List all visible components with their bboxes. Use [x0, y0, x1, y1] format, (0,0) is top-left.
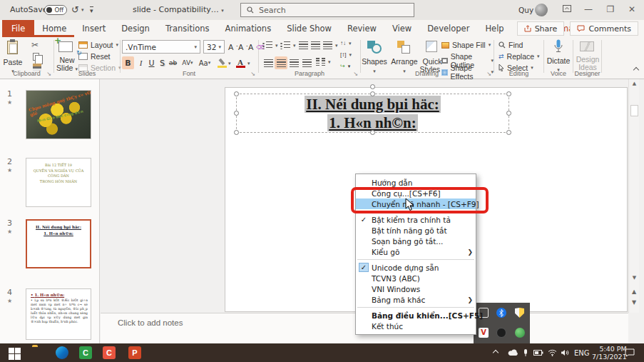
font-color-button[interactable]: A [234, 56, 247, 69]
reset-button[interactable]: Reset [78, 52, 110, 61]
character-spacing-button[interactable]: AV▾ [180, 56, 195, 69]
numbering-button[interactable]: ▾ [280, 41, 296, 49]
scroll-up-icon[interactable]: ▲ [629, 81, 640, 86]
context-menu-item[interactable]: Hướng dẫn [356, 177, 476, 188]
justify-button[interactable] [300, 56, 313, 69]
language-indicator[interactable]: ENG [574, 343, 590, 362]
resize-handle[interactable] [370, 130, 375, 135]
tray-green-icon[interactable] [515, 328, 525, 338]
tab-slide-show[interactable]: Slide Show [279, 20, 339, 37]
align-right-button[interactable] [287, 56, 300, 69]
drawing-dialog-launcher-icon[interactable]: ↘ [486, 71, 491, 77]
edge-browser-icon[interactable] [56, 346, 68, 359]
line-spacing-button[interactable]: ▾ [323, 41, 338, 49]
show-hidden-icons[interactable] [494, 343, 498, 362]
resize-handle[interactable] [234, 91, 239, 96]
undo-icon[interactable]: ↺ [71, 4, 79, 15]
context-menu-item[interactable]: Bảng mã khác❯ [356, 294, 476, 305]
context-menu-item[interactable]: Kiểu gõ❯ [356, 246, 476, 257]
tab-review[interactable]: Review [339, 20, 384, 37]
avatar[interactable] [535, 4, 548, 16]
tab-transitions[interactable]: Transitions [158, 20, 218, 37]
text-direction-button[interactable]: ↑↓▾ [340, 40, 352, 46]
clock[interactable]: 5:40 PM7/13/2021 [592, 343, 627, 362]
context-menu-item[interactable]: Kết thúc [356, 321, 476, 331]
scroll-down-icon[interactable]: ▼ [629, 275, 640, 281]
wifi-icon[interactable] [548, 343, 557, 362]
action-center-icon[interactable] [625, 343, 635, 362]
user-name[interactable]: Quy [518, 6, 533, 14]
resize-handle[interactable] [506, 111, 511, 116]
strikethrough-button[interactable]: ab [167, 56, 179, 69]
align-left-button[interactable] [262, 56, 275, 69]
tab-help[interactable]: Help [477, 20, 511, 37]
bold-button[interactable]: B [122, 56, 134, 69]
tab-view[interactable]: View [384, 20, 419, 37]
start-button-icon[interactable] [9, 348, 21, 360]
paste-button[interactable] [7, 41, 18, 56]
restore-button[interactable]: ❐ [604, 4, 617, 14]
clipboard-dialog-launcher-icon[interactable]: ↘ [46, 71, 51, 77]
design-ideas-button[interactable] [580, 41, 594, 54]
title-dropdown-icon[interactable]: ▾ [221, 8, 224, 14]
resize-handle[interactable] [234, 130, 239, 135]
context-menu-item[interactable]: ✓Bật kiểm tra chính tả [356, 214, 476, 225]
slide-thumbnail-1[interactable]: Chµo mõng quý thÇy c« vÒ dù giê M«n Gi¸o… [26, 90, 91, 139]
copy-icon[interactable] [33, 53, 39, 61]
context-menu-item[interactable]: TCVN3 (ABC) [356, 273, 476, 283]
scrollbar-thumb[interactable] [630, 105, 638, 116]
slide-thumbnail-3-selected[interactable]: II. Néi dung bµi häc: 1. H«n nh©n: [26, 219, 91, 268]
slide-thumbnail-4[interactable]: • 1. H«n nh©n: • Lµ sù liªn kÕt ®Æc biÖt… [26, 288, 91, 340]
context-menu-item[interactable]: Bảng điều khiển...[CS+F5] [356, 310, 476, 321]
autosave-toggle[interactable]: Off [44, 5, 67, 15]
decrease-indent-icon[interactable] [299, 41, 308, 49]
unikey-icon[interactable]: V [479, 328, 489, 338]
highlight-color-button[interactable] [215, 56, 228, 69]
usb-device-icon[interactable] [523, 343, 528, 362]
align-text-button[interactable]: [↕]▾ [340, 51, 352, 58]
powerpoint-taskbar-icon[interactable]: P [128, 346, 141, 359]
title-textbox[interactable]: II. Néi dung bµi häc: 1. H«n nh©n: [236, 94, 509, 133]
dictate-button[interactable] [553, 39, 563, 57]
new-slide-button[interactable] [58, 41, 73, 54]
tab-file[interactable]: File [2, 20, 34, 37]
vertical-scrollbar[interactable]: ▲ ▼ [628, 79, 639, 313]
resize-handle[interactable] [234, 111, 239, 116]
font-size-select[interactable]: 32▾ [203, 40, 225, 54]
share-button[interactable]: Share [517, 21, 565, 36]
context-menu-item[interactable]: VNI Windows [356, 283, 476, 294]
customize-qat-icon[interactable]: ▾ [90, 6, 93, 14]
highlight-dropdown-icon[interactable]: ▾ [228, 61, 231, 66]
close-button[interactable]: ✕ [625, 4, 638, 14]
onedrive-cloud-icon[interactable] [508, 343, 518, 362]
font-color-dropdown-icon[interactable]: ▾ [247, 61, 250, 66]
minimize-button[interactable]: — [582, 4, 595, 14]
comments-button[interactable]: Comments [570, 21, 638, 36]
battery-icon[interactable] [533, 343, 543, 362]
previous-slide-button[interactable]: ▲ [628, 288, 639, 298]
find-button[interactable]: Find [499, 41, 523, 49]
rotate-handle[interactable] [370, 84, 375, 89]
change-case-button[interactable]: Aa▾ [197, 56, 213, 69]
font-name-select[interactable]: .VnTime▾ [122, 40, 200, 54]
context-menu-item[interactable]: ✓Unicode dựng sẵn [356, 262, 476, 273]
camtasia-red-icon[interactable]: C [103, 346, 116, 359]
tab-insert[interactable]: Insert [74, 20, 113, 37]
arrange-button[interactable] [397, 41, 410, 56]
increase-indent-icon[interactable] [311, 41, 320, 49]
quick-styles-button[interactable] [426, 41, 437, 54]
tab-animations[interactable]: Animations [218, 20, 280, 37]
slide-thumbnail-2[interactable]: Bài 12 TIẾT 19 QUYỀN VÀ NGHĨA VỤ CỦA CÔN… [26, 158, 91, 207]
replace-button[interactable]: ⇄Replace▾ [499, 52, 540, 61]
camtasia-green-icon[interactable]: C [79, 346, 92, 359]
bluetooth-icon[interactable] [496, 308, 506, 318]
tab-developer[interactable]: Developer [419, 20, 477, 37]
smartart-button[interactable]: ↪▾ [340, 63, 350, 69]
cut-icon[interactable]: ✂ [31, 40, 39, 50]
tray-app-icon[interactable] [496, 328, 506, 338]
resize-handle[interactable] [506, 130, 511, 135]
context-menu-item[interactable]: Soạn bảng gõ tắt... [356, 236, 476, 246]
context-menu-item[interactable]: Bật tính năng gõ tắt [356, 225, 476, 236]
shrink-font-icon[interactable]: Aˇ [238, 43, 248, 51]
tab-design[interactable]: Design [113, 20, 158, 37]
